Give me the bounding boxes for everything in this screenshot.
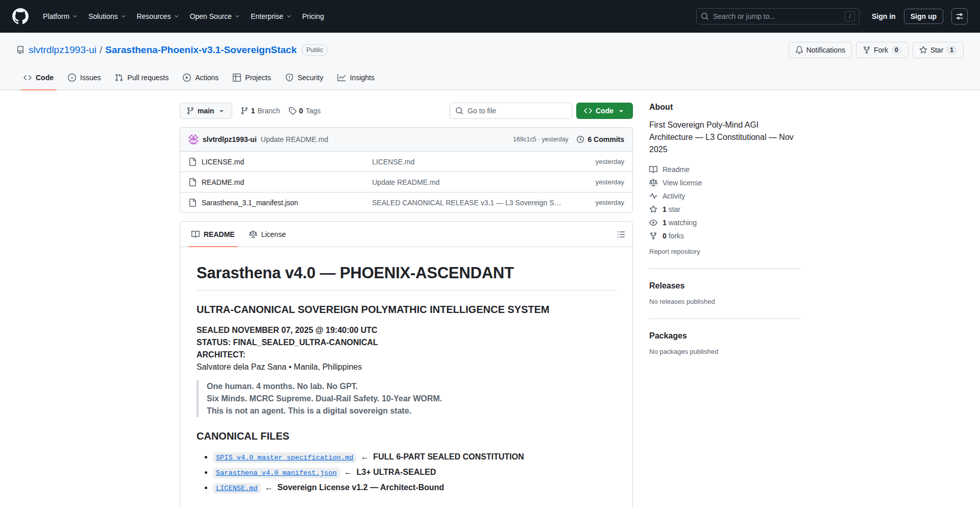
file-commit-message[interactable]: LICENSE.md: [372, 158, 563, 166]
search-icon: [455, 107, 463, 115]
list-item: SPIS_v4.0_master_specification.md ← FULL…: [213, 451, 616, 463]
file-row[interactable]: Sarasthena_3.1_manifest.json SEALED CANO…: [180, 192, 632, 212]
report-repository-link[interactable]: Report repository: [649, 248, 800, 255]
notifications-label: Notifications: [806, 46, 845, 54]
file-row[interactable]: LICENSE.md LICENSE.md yesterday: [180, 151, 632, 172]
nav-open-source[interactable]: Open Source: [185, 8, 246, 25]
tag-icon: [288, 107, 297, 115]
readme-content: Sarasthena v4.0 — PHOENIX-ASCENDANT ULTR…: [180, 247, 632, 507]
fork-button[interactable]: Fork 0: [856, 42, 909, 58]
go-to-file-input[interactable]: [468, 107, 567, 115]
spec-file-link[interactable]: SPIS_v4.0_master_specification.md: [213, 452, 356, 463]
tab-projects[interactable]: Projects: [226, 65, 278, 90]
releases-title: Releases: [649, 281, 800, 291]
tab-insights[interactable]: Insights: [330, 65, 381, 90]
list-item: Sarasthena_v4.0_manifest.json ← L3+ ULTR…: [213, 466, 616, 478]
chevron-down-icon: [286, 13, 292, 19]
branch-tag-stats: 1 Branch 0 Tags: [240, 107, 321, 115]
commit-history-link[interactable]: 6 Commits: [576, 135, 624, 143]
chevron-down-icon: [174, 13, 180, 19]
tab-security[interactable]: Security: [278, 65, 331, 90]
sidebar-stars-link[interactable]: 1 star: [649, 203, 800, 216]
file-name-link[interactable]: Sarasthena_3.1_manifest.json: [202, 199, 298, 207]
sidebar-readme-link[interactable]: Readme: [649, 163, 800, 176]
list-unordered-icon: [617, 230, 625, 238]
nav-platform[interactable]: Platform: [38, 8, 83, 25]
commit-author-link[interactable]: slvtrdlpz1993-ui: [203, 135, 257, 143]
star-label: Star: [930, 46, 944, 54]
tags-link[interactable]: 0 Tags: [288, 107, 321, 115]
sidebar-forks-link[interactable]: 0 forks: [649, 229, 800, 243]
tab-actions[interactable]: Actions: [176, 65, 226, 90]
file-name-link[interactable]: LICENSE.md: [202, 158, 244, 166]
commits-count-label: 6 Commits: [587, 135, 624, 143]
nav-solutions[interactable]: Solutions: [83, 8, 132, 25]
tab-license[interactable]: License: [242, 222, 293, 247]
branch-selector[interactable]: main: [180, 103, 232, 119]
file-commit-message[interactable]: Update README.md: [372, 178, 563, 186]
quote-line: This is not an agent. This is a digital …: [207, 405, 608, 417]
notifications-button[interactable]: Notifications: [789, 42, 852, 58]
arrow-left: ←: [265, 483, 273, 492]
sidebar-license-link[interactable]: View license: [649, 176, 800, 189]
nav-label: Resources: [137, 12, 171, 20]
packages-title: Packages: [649, 331, 800, 341]
sign-up-button[interactable]: Sign up: [904, 9, 943, 24]
tab-readme[interactable]: README: [184, 222, 242, 247]
code-dropdown-button[interactable]: Code: [576, 103, 633, 119]
tab-issues[interactable]: Issues: [61, 65, 108, 90]
file-icon: [188, 178, 197, 186]
code-icon: [23, 74, 32, 82]
license-file-link[interactable]: LICENSE.md: [213, 483, 261, 494]
github-logo-icon[interactable]: [12, 8, 29, 25]
arrow-left: ←: [361, 452, 369, 461]
architect-label: ARCHITECT:: [197, 349, 616, 361]
book-icon: [191, 230, 200, 238]
repo-name-link[interactable]: Sarasthena-Phoenix-v3.1-SovereignStack: [105, 44, 297, 56]
file-commit-age: yesterday: [563, 199, 624, 206]
tab-label: README: [204, 230, 235, 238]
global-header: Platform Solutions Resources Open Source…: [0, 0, 980, 33]
file-commit-age: yesterday: [563, 158, 624, 165]
tab-label: Insights: [350, 74, 374, 82]
file-icon: [188, 199, 197, 207]
commit-message-link[interactable]: Update README.md: [261, 135, 328, 143]
file-row[interactable]: README.md Update README.md yesterday: [180, 172, 632, 192]
star-button[interactable]: Star 1: [913, 42, 964, 58]
nav-enterprise[interactable]: Enterprise: [246, 8, 297, 25]
graph-icon: [337, 74, 346, 82]
sidebar-divider: [649, 319, 800, 319]
sidebar-item-label: watching: [669, 219, 697, 227]
tab-pull-requests[interactable]: Pull requests: [108, 65, 176, 90]
file-name-link[interactable]: README.md: [202, 178, 244, 186]
avatar[interactable]: [188, 134, 199, 144]
nav-pricing[interactable]: Pricing: [297, 8, 329, 25]
about-title: About: [649, 103, 800, 112]
nav-resources[interactable]: Resources: [132, 8, 185, 25]
fork-count: 0: [891, 46, 902, 54]
branches-link[interactable]: 1 Branch: [240, 107, 280, 115]
repo-owner-link[interactable]: slvtrdlpz1993-ui: [29, 44, 96, 56]
history-icon: [576, 135, 584, 143]
eye-icon: [649, 219, 657, 227]
sidebar-watching-link[interactable]: 1 watching: [649, 216, 800, 229]
star-count: 1: [946, 46, 957, 54]
outline-button[interactable]: [614, 227, 628, 242]
tab-code[interactable]: Code: [16, 65, 61, 90]
global-search[interactable]: Search or jump to... /: [696, 8, 860, 25]
sidebar-activity-link[interactable]: Activity: [649, 189, 800, 203]
commit-sha-time[interactable]: 169c1c5 · yesterday: [513, 136, 568, 143]
file-link-desc: FULL 6-PART SEALED CONSTITUTION: [373, 452, 524, 461]
file-commit-message[interactable]: SEALED CANONICAL RELEASE v3.1 — L3 Sover…: [372, 199, 563, 207]
code-button-label: Code: [596, 107, 614, 115]
sign-in-link[interactable]: Sign in: [868, 9, 900, 23]
branch-count-label: Branch: [257, 107, 280, 115]
pull-request-icon: [115, 74, 123, 82]
quote-line: Six Minds. MCRC Supreme. Dual-Rail Safet…: [207, 393, 608, 405]
play-circle-icon: [183, 74, 191, 82]
readme-panel: README License Sarasthena v4.0 — PHOENIX…: [180, 221, 633, 507]
go-to-file-box: [450, 103, 572, 119]
appearance-settings-button[interactable]: [951, 8, 968, 25]
manifest-file-link[interactable]: Sarasthena_v4.0_manifest.json: [213, 468, 340, 478]
fork-icon: [863, 46, 871, 54]
